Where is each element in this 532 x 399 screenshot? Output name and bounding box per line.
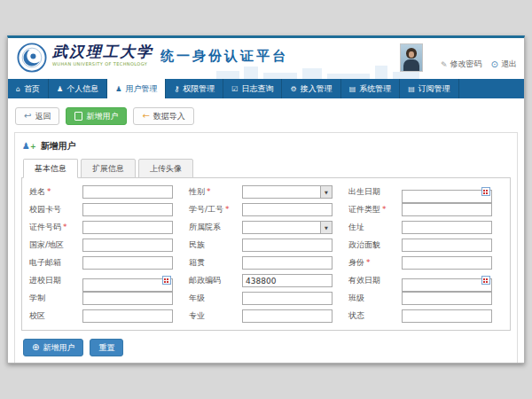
home-icon: ⌂ <box>16 85 20 93</box>
university-name-block: 武汉理工大学 WUHAN UNIVERSITY OF TECHNOLOGY <box>52 44 153 66</box>
field-gender: 性别*▼ <box>186 185 346 199</box>
field-label-id-type: 证件类型* <box>346 204 402 215</box>
tab-basic-info[interactable]: 基本信息 <box>23 159 78 178</box>
reset-button[interactable]: 重置 <box>90 339 123 356</box>
gear-icon: ⚙ <box>290 85 296 93</box>
grade-input[interactable] <box>242 292 332 305</box>
field-label-political-status: 政治面貌 <box>346 239 402 251</box>
nav-item-subscription[interactable]: ▤订阅管理 <box>400 79 459 98</box>
nav-item-label: 日志查询 <box>241 83 273 95</box>
field-entry-date: 进校日期 <box>27 274 186 287</box>
nav-item-home[interactable]: ⌂首页 <box>8 79 49 98</box>
field-label-identity: 身份* <box>346 257 402 269</box>
country-input[interactable] <box>82 239 173 252</box>
gender-select[interactable]: ▼ <box>242 185 332 199</box>
field-label-class: 班级 <box>346 293 402 304</box>
tab-extended-info[interactable]: 扩展信息 <box>81 159 136 178</box>
person-icon: ♟ <box>57 85 63 93</box>
toolbar: ↩ 返回 新增用户 ← 数据导入 <box>13 104 519 132</box>
identity-input[interactable] <box>402 256 492 270</box>
campus-input[interactable] <box>82 309 173 323</box>
header-user-area: ✎ 修改密码 ⊙ 退出 <box>400 43 517 74</box>
field-label-country: 国家/地区 <box>27 239 82 251</box>
id-number-input[interactable] <box>82 221 173 234</box>
key-icon: ⚷ <box>174 85 179 93</box>
chevron-down-icon: ▼ <box>320 186 332 198</box>
section-title: ♟+ 新增用户 <box>21 139 511 159</box>
data-import-button[interactable]: ← 数据导入 <box>133 107 193 125</box>
status-input[interactable] <box>402 309 492 323</box>
back-arrow-icon: ↩ <box>24 111 31 121</box>
ethnicity-input[interactable] <box>242 239 332 252</box>
nav-item-access[interactable]: ⚙接入管理 <box>282 79 340 98</box>
valid-date-datewrap <box>402 274 492 287</box>
edu-length-input[interactable] <box>82 292 173 305</box>
field-label-status: 状态 <box>346 310 402 322</box>
field-student-id: 学号/工号* <box>186 203 346 216</box>
field-label-edu-length: 学制 <box>27 293 82 304</box>
field-label-email: 电子邮箱 <box>27 257 82 269</box>
nav-item-users[interactable]: ♟用户管理 <box>107 79 166 98</box>
email-input[interactable] <box>82 256 173 270</box>
calendar-icon[interactable] <box>162 276 171 285</box>
change-password-link[interactable]: ✎ 修改密码 <box>441 59 482 74</box>
field-campus: 校区 <box>27 309 186 323</box>
calendar-icon[interactable] <box>481 187 490 196</box>
required-asterisk: * <box>382 205 387 214</box>
nav-item-profile[interactable]: ♟个人信息 <box>49 79 107 98</box>
field-identity: 身份* <box>346 256 505 270</box>
department-select[interactable]: ▼ <box>242 221 332 234</box>
nav-item-logs[interactable]: ☑日志查询 <box>223 79 282 98</box>
entry-date-input[interactable] <box>82 278 173 292</box>
major-input[interactable] <box>242 309 332 323</box>
reset-button-label: 重置 <box>98 343 114 353</box>
political-status-input[interactable] <box>402 239 492 252</box>
field-department: 所属院系▼ <box>186 221 346 234</box>
add-user-icon: ♟+ <box>22 142 36 151</box>
student-id-input[interactable] <box>242 203 332 216</box>
add-user-panel: ♟+ 新增用户 基本信息扩展信息上传头像 姓名*性别*▼出生日期校园卡号学号/工… <box>14 132 518 364</box>
required-asterisk: * <box>63 223 67 231</box>
pencil-icon: ✎ <box>441 60 448 69</box>
field-label-address: 住址 <box>346 222 402 233</box>
log-icon: ☑ <box>231 85 238 93</box>
add-user-toolbar-button[interactable]: 新增用户 <box>66 107 127 125</box>
platform-title: 统一身份认证平台 <box>160 48 288 65</box>
field-label-student-id: 学号/工号* <box>186 204 242 215</box>
required-asterisk: * <box>366 258 371 267</box>
campus-card-input[interactable] <box>82 203 173 216</box>
birth-date-input[interactable] <box>402 190 492 203</box>
nav-item-permissions[interactable]: ⚷权限管理 <box>166 79 223 98</box>
class-input[interactable] <box>402 292 492 305</box>
field-label-name: 姓名* <box>27 186 82 198</box>
valid-date-input[interactable] <box>402 278 492 292</box>
field-status: 状态 <box>346 309 505 323</box>
nav-item-label: 接入管理 <box>301 83 332 95</box>
logout-link[interactable]: ⊙ 退出 <box>491 59 517 74</box>
calendar-icon[interactable] <box>481 276 490 285</box>
required-asterisk: * <box>207 187 211 196</box>
submit-add-user-button[interactable]: ⊕ 新增用户 <box>23 339 83 356</box>
user-avatar[interactable] <box>400 43 423 72</box>
change-password-label: 修改密码 <box>450 59 482 70</box>
nav-item-system[interactable]: ▤系统管理 <box>341 79 401 98</box>
field-id-number: 证件号码* <box>27 221 186 234</box>
back-button[interactable]: ↩ 返回 <box>15 107 59 125</box>
address-input[interactable] <box>402 221 492 234</box>
field-label-entry-date: 进校日期 <box>27 275 82 286</box>
university-logo-icon <box>17 43 47 73</box>
field-label-postal-code: 邮政编码 <box>186 275 242 286</box>
field-edu-length: 学制 <box>27 292 186 305</box>
id-type-input[interactable] <box>402 203 492 216</box>
nav-item-label: 首页 <box>24 83 40 95</box>
postal-code-input[interactable] <box>242 274 332 287</box>
field-major: 专业 <box>186 309 346 323</box>
new-page-icon <box>74 112 82 121</box>
nav-item-label: 订阅管理 <box>419 83 450 95</box>
field-id-type: 证件类型* <box>346 203 505 216</box>
university-name-cn: 武汉理工大学 <box>52 44 153 59</box>
field-label-id-number: 证件号码* <box>27 222 82 233</box>
native-place-input[interactable] <box>242 256 332 270</box>
name-input[interactable] <box>82 185 173 199</box>
tab-upload-avatar[interactable]: 上传头像 <box>138 159 193 178</box>
